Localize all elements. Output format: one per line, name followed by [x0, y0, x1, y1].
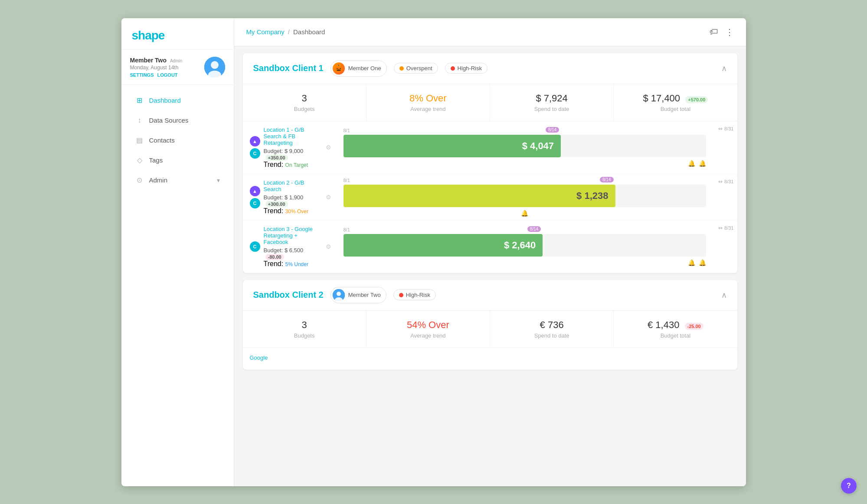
- sidebar-item-tags[interactable]: ◇ Tags: [125, 151, 230, 170]
- budget-trend-loc2: Trend: 30% Over: [264, 207, 322, 215]
- budget-trend-loc3: Trend: 5% Under: [264, 260, 322, 268]
- budget-icon-up-loc1: ▲: [250, 136, 260, 146]
- chart-labels-loc3: 8/1: [344, 227, 706, 232]
- budget-icon-c-loc1: C: [250, 148, 260, 159]
- member-chip-2[interactable]: Member Two: [330, 287, 386, 303]
- high-risk-chip-2[interactable]: High-Risk: [393, 289, 436, 300]
- budget-title-loc1[interactable]: Location 1 - G/B Search & FB Retargeting: [264, 127, 322, 146]
- mid-label-loc1: 8/14: [546, 127, 559, 133]
- member-chip-1[interactable]: 🎃 Member One: [330, 60, 387, 77]
- bell-icon-loc3-2[interactable]: 🔔: [699, 259, 706, 266]
- budget-title-google[interactable]: Google: [250, 354, 331, 361]
- budget-section-2: Google: [243, 348, 737, 370]
- gear-icon-loc2[interactable]: ⚙: [326, 194, 331, 201]
- high-risk-dot-2: [399, 293, 403, 297]
- stat-label-budgets-2: Budgets: [253, 332, 356, 339]
- stats-row-1: 3 Budgets 8% Over Average trend $ 7,924 …: [243, 84, 737, 121]
- stat-spend-1: $ 7,924 Spend to date: [490, 84, 614, 121]
- sidebar-item-label: Tags: [149, 156, 163, 164]
- client-header-2: Sandbox Client 2 Member Two: [243, 280, 737, 311]
- budget-total-delta-2: -25.00: [685, 323, 703, 330]
- chart-right-loc2: ⇔ 8/31: [711, 174, 737, 220]
- chart-label-start-loc3: 8/1: [344, 227, 350, 232]
- budget-delta-loc2: +300.00: [265, 201, 288, 207]
- sidebar-item-label: Admin: [149, 176, 168, 184]
- high-risk-label-2: High-Risk: [406, 292, 430, 298]
- tag-header-icon[interactable]: 🏷: [710, 27, 718, 37]
- overspent-chip[interactable]: Overspent: [394, 63, 438, 74]
- svg-point-4: [337, 292, 341, 296]
- collapse-btn-2[interactable]: ∧: [721, 290, 727, 300]
- breadcrumb-link[interactable]: My Company: [246, 28, 285, 36]
- chart-right-loc1: ⇔ 8/31: [711, 121, 737, 174]
- chevron-down-icon: ▾: [217, 177, 220, 184]
- client-card-1: Sandbox Client 1 🎃 Member One Overspent …: [243, 53, 737, 273]
- member-avatar-2: [333, 289, 345, 301]
- logo-area: shape: [121, 18, 234, 50]
- end-label-loc2: ⇔ 8/31: [718, 179, 733, 185]
- sidebar-item-dashboard[interactable]: ⊞ Dashboard: [125, 91, 230, 110]
- budget-row-google: Google: [243, 348, 737, 370]
- settings-link[interactable]: SETTINGS: [130, 72, 154, 78]
- chart-labels-loc2: 8/1: [344, 178, 706, 183]
- help-button[interactable]: ?: [841, 478, 857, 494]
- more-menu-icon[interactable]: ⋮: [725, 27, 734, 37]
- budget-amount-loc2: Budget: $ 1,900 +300.00: [264, 194, 322, 207]
- progress-value-loc3: $ 2,640: [504, 240, 536, 251]
- budget-chart-loc1: 8/1 8/14 $ 4,047 🔔 �: [338, 121, 711, 174]
- sidebar-item-label: Dashboard: [149, 97, 181, 104]
- logout-link[interactable]: LOGOUT: [157, 72, 178, 78]
- stat-value-spend-2: € 736: [501, 319, 603, 331]
- bell-icon-loc3-1[interactable]: 🔔: [688, 259, 695, 266]
- progress-bar-loc2: 8/14 $ 1,238: [344, 185, 615, 207]
- end-label-loc3: ⇔ 8/31: [718, 225, 733, 231]
- client-name-1: Sandbox Client 1: [253, 63, 324, 73]
- stat-label-spend-1: Spend to date: [501, 106, 603, 112]
- budget-icons-loc2: ▲ C: [250, 186, 260, 208]
- gear-icon-loc1[interactable]: ⚙: [326, 144, 331, 151]
- gear-icon-loc3[interactable]: ⚙: [326, 243, 331, 250]
- progress-value-loc2: $ 1,238: [576, 190, 608, 202]
- progress-container-loc2: 8/14 $ 1,238: [344, 185, 706, 207]
- top-header: My Company / Dashboard 🏷 ⋮: [234, 18, 746, 46]
- member-name-2: Member Two: [348, 292, 381, 298]
- sidebar-item-admin[interactable]: ⊙ Admin ▾: [125, 171, 230, 190]
- progress-bar-loc3: 8/14 $ 2,640: [344, 234, 543, 257]
- budget-row-loc3: C Location 3 - Google Retargeting + Face…: [243, 221, 737, 273]
- budget-total-delta-1: +570.00: [685, 96, 708, 103]
- app-logo: shape: [132, 29, 223, 42]
- bell-icon-loc2-1[interactable]: 🔔: [521, 210, 528, 217]
- sidebar-item-data-sources[interactable]: ↕ Data Sources: [125, 111, 230, 130]
- stat-trend-1: 8% Over Average trend: [366, 84, 490, 121]
- user-name: Member Two Admin: [130, 57, 199, 64]
- breadcrumb-separator: /: [288, 28, 290, 36]
- stat-label-trend-2: Average trend: [377, 332, 479, 339]
- dashboard-icon: ⊞: [135, 96, 144, 105]
- tags-icon: ◇: [135, 156, 144, 165]
- chart-label-start-loc2: 8/1: [344, 178, 350, 183]
- budget-title-loc3[interactable]: Location 3 - Google Retargeting + Facebo…: [264, 226, 322, 245]
- main-content: My Company / Dashboard 🏷 ⋮ Sandbox Clien…: [234, 18, 746, 486]
- budget-title-loc2[interactable]: Location 2 - G/B Search: [264, 179, 322, 192]
- collapse-btn-1[interactable]: ∧: [721, 64, 727, 73]
- user-date: Monday, August 14th: [130, 65, 199, 71]
- sidebar-item-label: Contacts: [149, 137, 175, 144]
- budget-row-loc2: ▲ C Location 2 - G/B Search Budget: $ 1,…: [243, 174, 737, 221]
- budget-amount-loc1: Budget: $ 9,000 +350.00: [264, 148, 322, 161]
- bell-icon-loc1-2[interactable]: 🔔: [699, 160, 706, 167]
- sidebar: shape Member Two Admin Monday, August 14…: [121, 18, 234, 486]
- budget-icon-up-loc2: ▲: [250, 186, 260, 196]
- client-card-2: Sandbox Client 2 Member Two: [243, 280, 737, 370]
- stat-value-budget-total-1: $ 17,400 +570.00: [624, 93, 726, 104]
- stat-label-budget-total-1: Budget total: [624, 106, 726, 112]
- stat-value-budgets-1: 3: [253, 93, 356, 104]
- stat-label-budget-total-2: Budget total: [624, 332, 726, 339]
- sidebar-item-label: Data Sources: [149, 117, 189, 124]
- budget-info-loc3: Location 3 - Google Retargeting + Facebo…: [264, 226, 322, 268]
- mid-label-loc3: 8/14: [527, 226, 541, 232]
- budget-delta-loc1: +350.00: [265, 155, 288, 161]
- sidebar-item-contacts[interactable]: ▤ Contacts: [125, 131, 230, 150]
- bell-icon-loc1-1[interactable]: 🔔: [688, 160, 695, 167]
- high-risk-chip-1[interactable]: High-Risk: [445, 63, 487, 74]
- stat-label-budgets-1: Budgets: [253, 106, 356, 112]
